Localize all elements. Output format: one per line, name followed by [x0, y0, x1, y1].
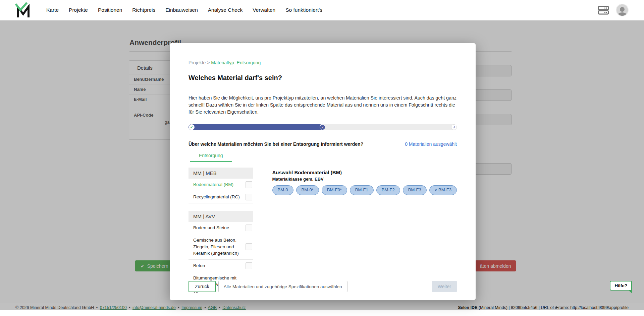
material-list: MM | MEB Bodenmaterial (BM) Recyclingmat… [189, 168, 253, 297]
nav-item-so-funktionierts[interactable]: So funktioniert's [285, 7, 322, 13]
breadcrumb-projekte[interactable]: Projekte > [189, 60, 210, 65]
nav-item-projekte[interactable]: Projekte [69, 7, 88, 13]
chip-bm-0s[interactable]: BM-0* [296, 185, 319, 195]
nav-item-richtpreis[interactable]: Richtpreis [132, 7, 155, 13]
checkbox-bodenmaterial[interactable] [246, 181, 252, 188]
selection-subtitle: Materialklasse gem. EBV [272, 177, 457, 182]
chip-bm-f2[interactable]: BM-F2 [376, 185, 400, 195]
progress-step-3: 3 [451, 124, 457, 130]
checkbox-gemische[interactable] [246, 243, 252, 250]
selection-panel: Auswahl Bodenmaterial (BM) Materialklass… [272, 168, 457, 297]
list-item-bodenmaterial[interactable]: Bodenmaterial (BM) [189, 179, 253, 191]
tab-entsorgung[interactable]: Entsorgung [190, 150, 232, 162]
checkbox-beton[interactable] [246, 262, 252, 269]
checkbox-boden-und-steine[interactable] [246, 225, 252, 231]
chip-gt-bm-f3[interactable]: > BM-F3 [429, 185, 457, 195]
chip-bm-f3[interactable]: BM-F3 [403, 185, 427, 195]
nav-item-einbauweisen[interactable]: Einbauweisen [165, 7, 198, 13]
chip-bm-0[interactable]: BM-0 [272, 185, 293, 195]
list-item-boden-und-steine[interactable]: Boden und Steine [189, 222, 253, 234]
server-icon[interactable] [598, 6, 609, 15]
modal-title: Welches Material darf's sein? [189, 74, 457, 82]
checkbox-recyclingmaterial[interactable] [246, 194, 252, 200]
help-button[interactable]: Hilfe? [610, 281, 632, 291]
logo[interactable] [15, 2, 30, 18]
material-class-chips: BM-0 BM-0* BM-F0* BM-F1 BM-F2 BM-F3 > BM… [272, 185, 457, 195]
back-button[interactable]: Zurück [189, 281, 216, 292]
selection-title: Auswahl Bodenmaterial (BM) [272, 170, 457, 175]
next-button[interactable]: Weiter [432, 281, 457, 292]
breadcrumb-current: Materialtyp: Entsorgung [211, 60, 261, 65]
main-nav: Karte Projekte Positionen Richtpreis Ein… [46, 7, 322, 13]
chip-bm-f0s[interactable]: BM-F0* [322, 185, 347, 195]
group-header-mm-meb: MM | MEB [189, 168, 253, 179]
list-item-gemische[interactable]: Gemische aus Beton, Ziegeln, Fliesen und… [189, 234, 253, 260]
progress-step-1-check-icon: ✓ [189, 124, 195, 130]
list-item-beton[interactable]: Beton [189, 260, 253, 272]
group-header-mm-avv: MM | AVV [189, 211, 253, 222]
nav-item-analyse-check[interactable]: Analyse Check [208, 7, 243, 13]
app-header: Karte Projekte Positionen Richtpreis Ein… [0, 0, 644, 20]
progress-step-2: 2 [320, 124, 325, 130]
progress-bar: ✓ 2 3 [189, 124, 457, 130]
breadcrumb: Projekte > Materialtyp: Entsorgung [189, 60, 457, 65]
user-avatar-icon[interactable] [616, 4, 629, 16]
tab-bar: Entsorgung [189, 150, 457, 162]
nav-item-verwalten[interactable]: Verwalten [253, 7, 275, 13]
chip-bm-f1[interactable]: BM-F1 [350, 185, 374, 195]
question-text: Über welche Materialien möchten Sie bei … [189, 141, 363, 147]
selected-count: 0 Materialien ausgewählt [405, 141, 457, 147]
progress-step-fill [189, 124, 323, 130]
select-all-button[interactable]: Alle Materialien und zugehörige Spezifik… [218, 281, 347, 292]
mineral-minds-logo-icon [15, 2, 30, 18]
material-type-modal: Projekte > Materialtyp: Entsorgung Welch… [170, 43, 476, 300]
nav-item-positionen[interactable]: Positionen [98, 7, 122, 13]
nav-item-karte[interactable]: Karte [46, 7, 59, 13]
modal-intro-text: Hier haben Sie die Möglichkeit, uns pro … [189, 94, 457, 116]
list-item-recyclingmaterial[interactable]: Recyclingmaterial (RC) [189, 191, 253, 203]
